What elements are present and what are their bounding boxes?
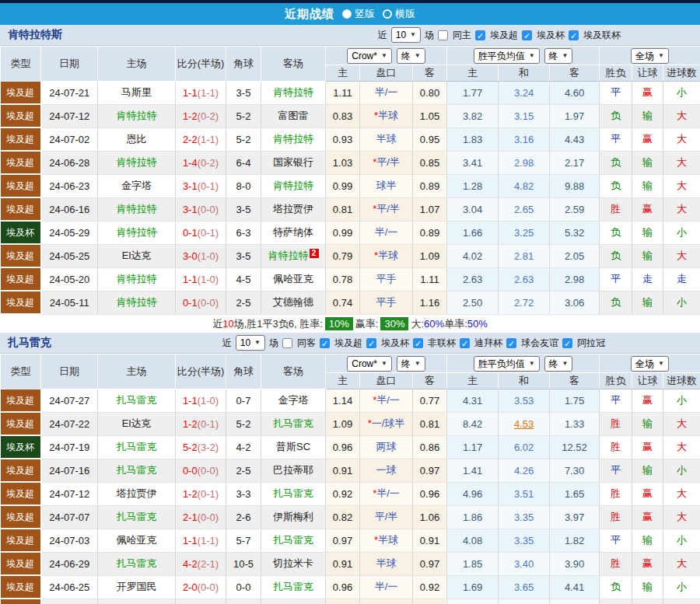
result-wdl: 胜	[600, 552, 632, 575]
halftime-score: (3-2)	[198, 442, 219, 453]
league-checkbox-4[interactable]: ✓	[506, 338, 516, 348]
match-row: 埃及超24-07-03佩哈亚克1-1(1-1)5-7扎马雷克0.97*半球0.9…	[1, 529, 700, 552]
odds-stage-select[interactable]: 终▼	[397, 356, 425, 372]
odds-away: 0.80	[413, 82, 447, 105]
fulltime-score: 0-1	[183, 297, 198, 309]
col-header-1: 日期	[41, 354, 98, 389]
summary-segment: 10%	[325, 317, 353, 330]
away-team-name: 特萨纳体	[273, 226, 313, 238]
avg-home: 4.96	[447, 482, 499, 505]
away-team-name: 切拉米卡	[273, 557, 313, 569]
league-checkbox-1[interactable]: ✓	[366, 338, 376, 348]
fulltime-score: 2-2	[183, 134, 198, 145]
odds-stage-select-value: 终	[401, 358, 411, 370]
match-row: 埃及超24-07-02恩比2-2(1-1)5-2肯特拉特0.93半球0.951.…	[1, 127, 700, 151]
layout-radio-0[interactable]: 竖版	[342, 7, 375, 21]
league-checkbox-0[interactable]: ✓	[475, 30, 485, 40]
avg-away: 1.97	[550, 104, 600, 127]
handicap-cell: *半球	[360, 104, 413, 127]
handicap-name: 半球	[378, 250, 398, 261]
sub-header-1: 盘口	[360, 373, 413, 389]
away-team-cell: 扎马雷克	[261, 575, 326, 599]
home-team-cell: 肯特拉特	[98, 197, 176, 221]
result-goals: 小	[663, 291, 700, 314]
fulltime-score: 1-1	[183, 395, 198, 407]
away-team-cell: 扎马雷克	[261, 482, 326, 505]
col-header-3: 比分(半场)	[176, 47, 226, 82]
avg-draw: 3.24	[499, 82, 550, 105]
games-count-select[interactable]: 10▼	[391, 27, 421, 43]
layout-radio-1[interactable]: 横版	[383, 7, 415, 21]
match-row: 埃及超24-06-23金字塔3-1(0-1)8-0肯特拉特0.99球半0.891…	[1, 174, 700, 197]
header-group-row: 类型日期主场比分(半场)角球客场Crow*▼终▼胜平负均值▼终▼全场▼	[1, 47, 700, 65]
home-team-cell: 扎马雷克	[98, 435, 176, 459]
chevron-down-icon: ▼	[562, 358, 569, 370]
match-row: 埃及超24-07-22El达克1-2(0-1)5-2扎马雷克1.09*一/球半0…	[1, 412, 700, 435]
score-cell: 2-0(1-0)	[176, 599, 226, 604]
avg-draw: 3.35	[499, 529, 550, 552]
handicap-cell: 球半	[360, 174, 413, 197]
handicap-name: 平/半	[375, 511, 398, 522]
col-header-1: 日期	[41, 47, 98, 82]
avg-stage-select[interactable]: 终▼	[544, 48, 573, 64]
scope-select[interactable]: 全场▼	[631, 356, 669, 372]
handicap-name: 半球	[378, 534, 398, 546]
games-count-select-value: 10	[396, 29, 406, 41]
chevron-down-icon: ▼	[415, 50, 421, 62]
avg-away: 1.82	[550, 529, 600, 552]
avg-home: 3.41	[447, 151, 499, 174]
odds-group-header: Crow*▼终▼	[326, 47, 447, 65]
odds-away: 1.07	[413, 197, 447, 221]
handicap-cell: 两球	[360, 435, 413, 459]
result-wdl: 胜	[600, 505, 632, 529]
home-team-name: 肯特拉特	[117, 296, 157, 308]
chevron-down-icon: ▼	[529, 50, 535, 62]
odds-home: 0.99	[326, 221, 360, 244]
avg-draw: 3.65	[499, 575, 550, 599]
corners-cell: 0-7	[226, 389, 261, 413]
league-checkbox-2[interactable]: ✓	[569, 30, 579, 40]
result-goals: 小	[663, 389, 700, 413]
result-goals: 大	[663, 174, 700, 197]
avg-away: 5.32	[550, 221, 600, 244]
scope-select[interactable]: 全场▼	[631, 48, 669, 64]
avg-source-select[interactable]: 胜平负均值▼	[474, 48, 540, 64]
result-goals: 大	[663, 244, 700, 267]
halftime-score: (0-2)	[198, 110, 219, 122]
odds-source-select[interactable]: Crow*▼	[347, 356, 392, 372]
fulltime-score: 1-1	[183, 87, 198, 99]
away-team-cell: 佩哈亚克	[261, 267, 326, 291]
result-handicap: 输	[632, 244, 663, 267]
fulltime-score: 1-2	[183, 110, 198, 122]
same-venue-checkbox[interactable]	[282, 338, 292, 348]
chevron-down-icon: ▼	[381, 358, 387, 370]
avg-home: 8.42	[447, 412, 499, 435]
corners-cell: 0-0	[226, 575, 261, 599]
away-team-name: 扎马雷克	[273, 534, 313, 546]
league-checkbox-2[interactable]: ✓	[413, 338, 423, 348]
score-cell: 1-4(0-2)	[176, 151, 226, 174]
corners-cell: 5-7	[226, 529, 261, 552]
league-checkbox-1[interactable]: ✓	[522, 30, 532, 40]
avg-stage-select[interactable]: 终▼	[544, 356, 573, 372]
result-handicap: 输	[632, 104, 663, 127]
same-venue-checkbox[interactable]	[438, 30, 448, 40]
league-checkbox-5[interactable]: ✓	[562, 338, 572, 348]
result-handicap: 赢	[632, 82, 663, 105]
league-type-cell: 埃及超	[1, 529, 41, 552]
league-checkbox-0[interactable]: ✓	[320, 338, 330, 348]
odds-group-controls: Crow*▼终▼	[326, 356, 446, 372]
league-checkbox-3[interactable]: ✓	[460, 338, 470, 348]
halftime-score: (1-1)	[198, 87, 219, 99]
games-count-select[interactable]: 10▼	[236, 335, 265, 351]
home-team-name: 佩哈亚克	[117, 534, 157, 546]
score-cell: 0-1(0-0)	[176, 291, 226, 314]
odds-group-controls: Crow*▼终▼	[326, 48, 446, 64]
sub-header-7: 让球	[632, 65, 663, 82]
odds-home: 0.74	[326, 291, 360, 314]
odds-stage-select[interactable]: 终▼	[397, 48, 425, 64]
halftime-score: (0-0)	[198, 297, 219, 309]
avg-source-select[interactable]: 胜平负均值▼	[474, 356, 540, 372]
odds-source-select[interactable]: Crow*▼	[347, 48, 392, 64]
home-team-cell: 开罗国民	[98, 575, 176, 599]
